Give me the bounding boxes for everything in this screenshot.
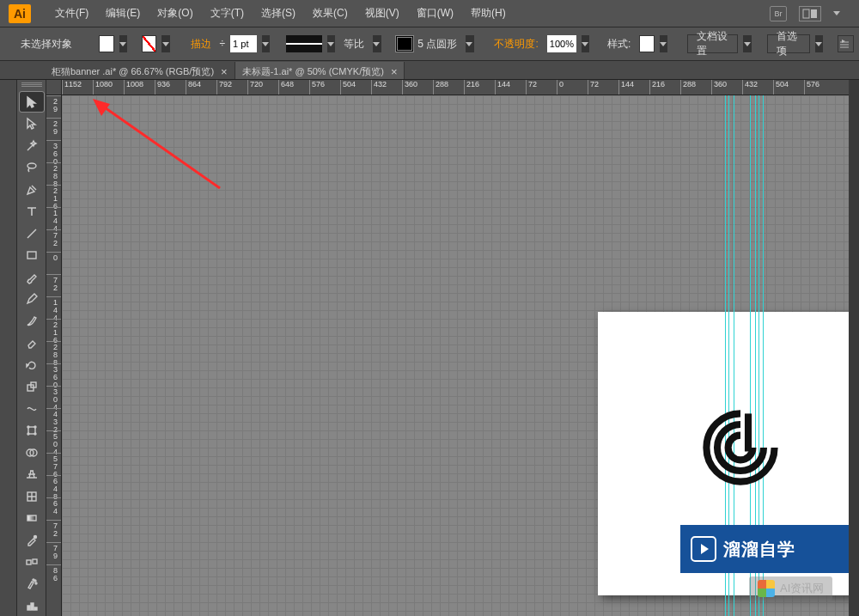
blob-brush-tool[interactable] bbox=[20, 311, 44, 332]
menu-file[interactable]: 文件(F) bbox=[46, 3, 97, 24]
eyedropper-tool[interactable] bbox=[20, 530, 44, 551]
stroke-weight-input[interactable]: 1 pt bbox=[230, 35, 257, 52]
opacity-input[interactable]: 100% bbox=[547, 35, 576, 52]
ruler-tick: 216 bbox=[46, 185, 61, 207]
svg-marker-25 bbox=[93, 99, 110, 116]
horizontal-ruler[interactable]: 1152 1080 1008 936 864 792 720 648 576 5… bbox=[46, 80, 849, 95]
document-setup-button[interactable]: 文档设置 bbox=[687, 34, 738, 53]
ruler-tick: 360 bbox=[711, 80, 742, 95]
canvas-area: 1152 1080 1008 936 864 792 720 648 576 5… bbox=[46, 80, 849, 616]
fill-swatch[interactable] bbox=[99, 35, 113, 52]
style-swatch[interactable] bbox=[639, 35, 654, 52]
brush-swatch[interactable] bbox=[395, 35, 414, 52]
rotate-tool[interactable] bbox=[20, 355, 44, 375]
svg-point-19 bbox=[35, 582, 37, 584]
menu-type[interactable]: 文字(T) bbox=[202, 3, 253, 24]
menu-effect[interactable]: 效果(C) bbox=[304, 3, 356, 24]
pencil-tool[interactable] bbox=[20, 289, 44, 309]
mesh-tool[interactable] bbox=[20, 486, 44, 507]
eraser-tool[interactable] bbox=[20, 332, 44, 353]
lasso-tool[interactable] bbox=[20, 157, 44, 178]
svg-rect-17 bbox=[33, 559, 37, 564]
stroke-swatch[interactable] bbox=[142, 35, 156, 52]
line-tool[interactable] bbox=[20, 223, 44, 244]
play-icon bbox=[691, 536, 716, 562]
canvas[interactable]: 溜溜自学 AI资讯网 bbox=[62, 95, 849, 616]
svg-point-8 bbox=[34, 426, 36, 428]
document-tab-2[interactable]: 未标题-1.ai* @ 50% (CMYK/预览) × bbox=[235, 62, 405, 79]
ruler-tick: 720 bbox=[247, 80, 278, 95]
selection-tool[interactable] bbox=[20, 92, 44, 113]
stroke-profile[interactable] bbox=[286, 35, 322, 52]
watermark-sub-text: AI资讯网 bbox=[780, 581, 824, 596]
symbol-sprayer-tool[interactable] bbox=[20, 574, 44, 595]
stroke-dropdown[interactable] bbox=[161, 35, 170, 52]
close-icon[interactable]: × bbox=[221, 65, 228, 78]
ruler-tick: 72 bbox=[526, 80, 557, 95]
menu-window[interactable]: 窗口(W) bbox=[408, 3, 462, 24]
document-setup-dropdown[interactable] bbox=[743, 35, 752, 52]
ruler-tick: 29 bbox=[46, 95, 61, 118]
watermark-sub-icon bbox=[758, 580, 775, 597]
ruler-tick: 0 bbox=[557, 80, 588, 95]
ratio-dropdown[interactable] bbox=[373, 35, 381, 52]
ruler-tick: 1008 bbox=[124, 80, 155, 95]
ruler-tick: 72 bbox=[46, 229, 61, 252]
ruler-tick: 144 bbox=[495, 80, 526, 95]
stroke-profile-dropdown[interactable] bbox=[327, 35, 336, 52]
ruler-tick: 576 bbox=[309, 80, 340, 95]
opacity-dropdown[interactable] bbox=[582, 35, 590, 52]
panel-dock[interactable] bbox=[849, 80, 859, 616]
blend-tool[interactable] bbox=[20, 552, 44, 572]
shape-builder-tool[interactable] bbox=[20, 442, 44, 463]
brush-dropdown[interactable] bbox=[466, 35, 474, 52]
document-tab-1[interactable]: 柜猫banner .ai* @ 66.67% (RGB/预览) × bbox=[45, 62, 235, 79]
menu-select[interactable]: 选择(S) bbox=[253, 3, 304, 24]
perspective-grid-tool[interactable] bbox=[20, 464, 44, 485]
rectangle-tool[interactable] bbox=[20, 245, 44, 265]
ruler-tick: 79 bbox=[46, 542, 61, 564]
ruler-tick: 72 bbox=[46, 520, 61, 542]
preferences-button[interactable]: 首选项 bbox=[767, 34, 810, 53]
workspace-switcher[interactable] bbox=[799, 6, 821, 21]
preferences-dropdown[interactable] bbox=[815, 35, 824, 52]
svg-rect-23 bbox=[34, 607, 37, 610]
menu-view[interactable]: 视图(V) bbox=[356, 3, 408, 24]
free-transform-tool[interactable] bbox=[20, 420, 44, 441]
type-tool[interactable] bbox=[20, 201, 44, 222]
menu-help[interactable]: 帮助(H) bbox=[462, 3, 515, 24]
ruler-tick: 216 bbox=[464, 80, 495, 95]
stroke-weight-dropdown[interactable] bbox=[262, 35, 271, 52]
close-icon[interactable]: × bbox=[391, 65, 398, 78]
scale-tool[interactable] bbox=[20, 376, 44, 397]
svg-point-10 bbox=[34, 433, 36, 435]
stroke-label[interactable]: 描边 bbox=[187, 37, 215, 52]
ruler-tick: 29 bbox=[46, 118, 61, 140]
menu-edit[interactable]: 编辑(E) bbox=[97, 3, 149, 24]
menu-object[interactable]: 对象(O) bbox=[149, 3, 201, 24]
svg-rect-3 bbox=[27, 252, 36, 259]
workspace-dropdown-icon[interactable] bbox=[833, 11, 840, 15]
gradient-tool[interactable] bbox=[20, 508, 44, 528]
pen-tool[interactable] bbox=[20, 180, 44, 200]
bridge-icon[interactable]: Br bbox=[770, 6, 787, 21]
fill-dropdown[interactable] bbox=[119, 35, 128, 52]
opacity-label[interactable]: 不透明度: bbox=[490, 37, 541, 52]
ruler-tick: 504 bbox=[46, 430, 61, 453]
direct-selection-tool[interactable] bbox=[20, 113, 44, 134]
control-panel-menu-icon[interactable] bbox=[838, 35, 854, 52]
width-tool[interactable] bbox=[20, 399, 44, 419]
vertical-ruler[interactable]: 2929360288216144720721442162883603044325… bbox=[46, 95, 62, 616]
ruler-origin[interactable] bbox=[46, 80, 62, 95]
svg-rect-22 bbox=[31, 603, 34, 610]
watermark-text: 溜溜自学 bbox=[723, 538, 795, 561]
column-graph-tool[interactable] bbox=[20, 595, 44, 616]
paintbrush-tool[interactable] bbox=[20, 267, 44, 288]
panel-grip[interactable] bbox=[21, 82, 42, 88]
style-label: 样式: bbox=[604, 37, 634, 52]
ruler-tick: 648 bbox=[46, 475, 61, 497]
magic-wand-tool[interactable] bbox=[20, 136, 44, 156]
style-dropdown[interactable] bbox=[660, 35, 668, 52]
ruler-tick: 864 bbox=[186, 80, 216, 95]
ruler-tick: 64 bbox=[46, 497, 61, 520]
